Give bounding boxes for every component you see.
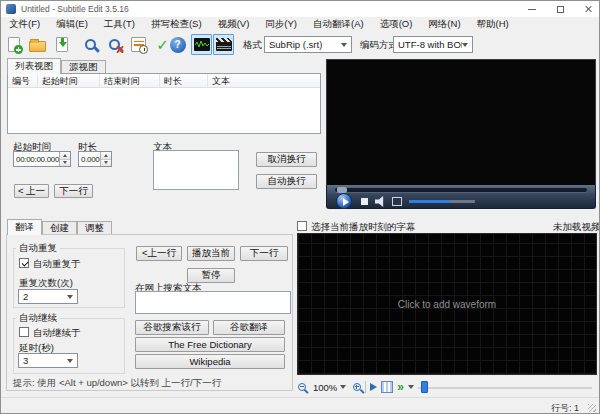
video-display[interactable] xyxy=(326,59,596,185)
google-translate-button[interactable]: 谷歌翻译 xyxy=(213,320,285,335)
spinner-arrows-icon[interactable] xyxy=(59,152,70,166)
menu-item-sync[interactable]: 同步(Y) xyxy=(257,18,305,31)
spectrogram-toggle-icon[interactable] xyxy=(381,381,393,393)
resize-grip[interactable] xyxy=(588,404,596,412)
spinner-arrows-icon[interactable] xyxy=(100,152,111,166)
subtitle-list-table[interactable]: 编号 起始时间 结束时间 时长 文本 xyxy=(7,73,321,134)
pause-button[interactable]: 暂停 xyxy=(187,268,235,283)
mode-tabstrip: 翻译 创建 调整 xyxy=(7,219,112,235)
shortcut-hint: 提示: 使用 <Alt + up/down> 以转到 上一行/下一行 xyxy=(13,377,221,390)
minimize-icon xyxy=(528,9,536,10)
toolbar-video-toggle[interactable] xyxy=(213,34,234,55)
toolbar-replace-button[interactable] xyxy=(104,34,125,55)
wave-play-icon[interactable] xyxy=(370,383,377,391)
duration-spinner[interactable]: 0.000 xyxy=(78,151,112,167)
tab-list-view[interactable]: 列表视图 xyxy=(7,58,61,74)
prev-line-button[interactable]: <上一行 xyxy=(136,246,182,261)
chevron-down-icon xyxy=(462,43,468,47)
save-icon xyxy=(56,37,68,52)
maximize-button[interactable] xyxy=(547,1,573,17)
delay-select[interactable]: 3 xyxy=(18,353,78,368)
waveform-display[interactable]: Click to add waveform xyxy=(297,233,597,375)
playback-speed-icon[interactable]: » xyxy=(397,381,404,393)
tab-create[interactable]: 创建 xyxy=(42,221,77,235)
minimize-button[interactable] xyxy=(519,1,545,17)
slider-track xyxy=(418,387,592,389)
waveform-placeholder[interactable]: Click to add waveform xyxy=(398,299,496,310)
auto-continue-checkbox-label[interactable]: 自动继续于 xyxy=(33,327,81,340)
menu-item-spellcheck[interactable]: 拼写检查(S) xyxy=(143,18,210,31)
volume-fill xyxy=(409,200,450,203)
visual-sync-icon xyxy=(131,37,146,52)
encoding-select[interactable]: UTF-8 with BOM xyxy=(393,36,473,53)
close-icon xyxy=(584,5,592,13)
chevron-down-icon[interactable] xyxy=(408,385,414,389)
play-button[interactable] xyxy=(336,193,352,209)
auto-continue-title: 自动继续 xyxy=(16,312,60,325)
zoom-in-icon[interactable] xyxy=(353,383,361,391)
format-select[interactable]: SubRip (.srt) xyxy=(264,36,352,53)
toolbar-help-button[interactable]: ? xyxy=(167,34,188,55)
toolbar-new-button[interactable] xyxy=(3,34,24,55)
menu-item-help[interactable]: 帮助(H) xyxy=(469,18,517,31)
menubar: 文件(F) 编辑(E) 工具(T) 拼写检查(S) 视频(V) 同步(Y) 自动… xyxy=(1,17,599,31)
delay-value: 3 xyxy=(23,355,28,366)
toolbar-save-button[interactable] xyxy=(51,34,72,55)
next-subtitle-button[interactable]: 下一行 xyxy=(54,184,93,198)
column-header-end-time[interactable]: 结束时间 xyxy=(100,74,160,87)
menu-item-tools[interactable]: 工具(T) xyxy=(96,18,143,31)
chevron-down-icon xyxy=(341,43,347,47)
next-line-button[interactable]: 下一行 xyxy=(240,246,288,261)
waveform-position-slider[interactable] xyxy=(418,381,594,393)
video-control-bar xyxy=(326,185,596,209)
web-search-input[interactable] xyxy=(135,291,291,314)
chevron-down-icon xyxy=(67,359,73,363)
slider-handle[interactable] xyxy=(421,381,428,393)
tab-source-view[interactable]: 源视图 xyxy=(61,60,106,74)
close-button[interactable] xyxy=(575,1,600,17)
column-header-number[interactable]: 编号 xyxy=(8,74,38,87)
x-mark-icon xyxy=(115,45,124,54)
zoom-out-icon[interactable] xyxy=(298,383,306,391)
app-icon xyxy=(6,4,16,14)
divider xyxy=(365,381,366,393)
seek-bar[interactable] xyxy=(335,188,587,192)
menu-item-edit[interactable]: 编辑(E) xyxy=(48,18,96,31)
repeat-count-select[interactable]: 2 xyxy=(18,289,78,304)
auto-break-button[interactable]: 自动换行 xyxy=(256,174,317,189)
free-dictionary-button[interactable]: The Free Dictionary xyxy=(135,337,285,352)
volume-slider[interactable] xyxy=(409,200,475,203)
auto-repeat-checkbox[interactable] xyxy=(19,258,29,268)
menu-item-file[interactable]: 文件(F) xyxy=(1,18,48,31)
play-current-button[interactable]: 播放当前 xyxy=(187,246,235,261)
menu-item-autotranslate[interactable]: 自动翻译(A) xyxy=(305,18,372,31)
titlebar: Untitled - Subtitle Edit 3.5.16 xyxy=(1,1,599,17)
column-header-duration[interactable]: 时长 xyxy=(160,74,208,87)
toolbar-find-button[interactable] xyxy=(80,34,101,55)
unbreak-button[interactable]: 取消换行 xyxy=(256,152,317,167)
fullscreen-button[interactable] xyxy=(392,197,402,206)
maximize-icon xyxy=(557,6,564,13)
subtitle-text-input[interactable] xyxy=(153,150,239,190)
menu-item-video[interactable]: 视频(V) xyxy=(210,18,258,31)
zoom-level-select[interactable]: 100% xyxy=(310,380,349,394)
menu-item-network[interactable]: 网络(N) xyxy=(420,18,468,31)
wikipedia-button[interactable]: Wikipedia xyxy=(135,354,285,369)
stop-button[interactable] xyxy=(361,198,368,205)
auto-continue-checkbox[interactable] xyxy=(19,327,29,337)
toolbar-waveform-toggle[interactable] xyxy=(191,34,212,55)
menu-item-options[interactable]: 选项(O) xyxy=(372,18,421,31)
prev-subtitle-button[interactable]: < 上一 xyxy=(14,184,49,198)
toolbar-visual-sync-button[interactable] xyxy=(128,34,149,55)
select-current-subtitle-checkbox[interactable] xyxy=(297,221,307,231)
toolbar-open-button[interactable] xyxy=(27,34,48,55)
google-search-button[interactable]: 谷歌搜索该行 xyxy=(135,320,209,335)
auto-repeat-checkbox-label[interactable]: 自动重复于 xyxy=(33,258,81,271)
start-time-spinner[interactable]: 00:00:00.000 xyxy=(13,151,71,167)
tab-adjust[interactable]: 调整 xyxy=(77,221,112,235)
volume-icon[interactable] xyxy=(375,196,387,207)
column-header-text[interactable]: 文本 xyxy=(208,74,320,87)
tab-translate[interactable]: 翻译 xyxy=(7,219,42,235)
column-header-start-time[interactable]: 起始时间 xyxy=(38,74,100,87)
format-value: SubRip (.srt) xyxy=(269,39,322,50)
